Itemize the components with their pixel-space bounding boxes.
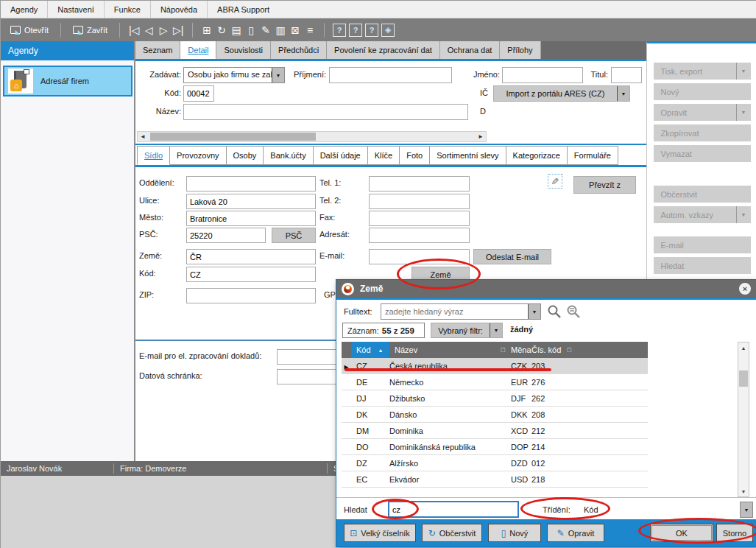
fulltext-combo[interactable] <box>381 303 541 320</box>
address-tab[interactable]: Osoby <box>227 146 264 165</box>
mesto-input[interactable] <box>186 211 316 226</box>
chevron-down-icon[interactable] <box>617 86 629 101</box>
menu-item[interactable]: Nastavení <box>48 1 105 18</box>
jmeno-input[interactable] <box>502 67 583 83</box>
prijmeni-input[interactable] <box>329 67 452 83</box>
menu-item[interactable]: Nápověda <box>151 1 208 18</box>
close-icon[interactable]: × <box>739 283 751 295</box>
column-header-cis-kod[interactable]: Čís. kód□ <box>529 342 574 358</box>
chevron-down-icon[interactable] <box>736 104 751 121</box>
address-tab[interactable]: Foto <box>400 146 430 165</box>
chevron-down-icon[interactable] <box>736 63 751 80</box>
search-filter-icon[interactable] <box>566 304 581 319</box>
column-header-kod[interactable]: Kód▲ <box>351 342 389 358</box>
search-icon[interactable] <box>547 304 562 319</box>
pencil-grid-icon[interactable]: ✎ <box>548 174 562 189</box>
main-tab[interactable]: Detail <box>180 41 216 59</box>
ulice-input[interactable] <box>186 194 316 209</box>
help-pages-icon[interactable]: ? <box>365 24 378 37</box>
print-icon[interactable]: ▤ <box>229 22 244 38</box>
tel2-input[interactable] <box>369 194 470 209</box>
scroll-up-icon[interactable]: ▲ <box>738 342 749 353</box>
country-row[interactable]: CZ Česká republika CZK 203 <box>342 358 648 374</box>
dialog-button[interactable]: ⊡ Velký číselník <box>344 524 416 542</box>
oddeleni-input[interactable] <box>186 176 316 192</box>
address-tab[interactable]: Sídlo <box>137 146 170 165</box>
side-action-button[interactable]: Vymazat <box>654 145 751 162</box>
country-row[interactable]: DM Dominika XCD 212 <box>342 423 648 439</box>
chevron-down-icon[interactable] <box>272 68 284 82</box>
email-input[interactable] <box>369 249 470 264</box>
scroll-left-icon[interactable]: ◄ <box>138 133 148 140</box>
address-tab[interactable]: Bank.účty <box>264 146 313 165</box>
zeme-kod-input[interactable] <box>186 267 316 282</box>
open-button[interactable]: Otevřít <box>5 24 54 37</box>
prevzit-z-button[interactable]: Převzít z <box>573 176 636 194</box>
chevron-down-icon[interactable] <box>490 323 502 337</box>
country-row[interactable]: EC Ekvádor USD 218 <box>342 471 648 488</box>
main-tab[interactable]: Povolení ke zpracování dat <box>327 41 440 59</box>
refresh-icon[interactable]: ↻ <box>214 22 229 38</box>
dialog-titlebar[interactable]: Země × <box>336 280 756 298</box>
side-action-button[interactable]: Zkopírovat <box>654 124 751 141</box>
side-action-button[interactable]: Autom. vzkazy <box>654 206 751 223</box>
scrollbar-thumb[interactable] <box>150 133 316 141</box>
menu-item[interactable]: ABRA Support <box>208 1 279 18</box>
psc-lookup-button[interactable]: PSČ <box>272 228 316 243</box>
main-tab[interactable]: Předchůdci <box>271 41 327 59</box>
column-header-mena[interactable]: Měna <box>508 342 529 358</box>
address-tab[interactable]: Provozovny <box>170 146 226 165</box>
dialog-button[interactable]: ▯ Nový <box>488 524 541 542</box>
country-row[interactable]: DJ Džibutsko DJF 262 <box>342 390 648 407</box>
address-tab[interactable]: Kategorizace <box>506 146 568 165</box>
column-options-icon[interactable]: □ <box>501 346 505 354</box>
copy-icon[interactable]: ▥ <box>273 22 288 38</box>
address-tab[interactable]: Formuláře <box>568 146 618 165</box>
psc-input[interactable] <box>186 228 266 243</box>
scroll-down-icon[interactable]: ▼ <box>738 486 749 496</box>
address-tab[interactable]: Klíče <box>368 146 400 165</box>
about-icon[interactable]: ◈ <box>381 24 395 37</box>
clipboard-icon[interactable]: ≡ <box>303 22 317 38</box>
country-row[interactable]: DZ Alžírsko DZD 012 <box>342 455 648 471</box>
filter-button[interactable]: Vybraný filtr: <box>431 323 503 338</box>
main-tab[interactable]: Ochrana dat <box>440 41 501 59</box>
sidebar-item-adresar-firem[interactable]: ⌂ Adresář firem <box>3 66 133 96</box>
vertical-scrollbar[interactable]: ▲ ▼ <box>738 342 749 497</box>
side-action-button[interactable]: Hledat <box>654 257 751 274</box>
adresat-input[interactable] <box>369 228 470 243</box>
kod-input[interactable] <box>183 85 214 102</box>
nav-last-icon[interactable]: ▷| <box>171 22 186 38</box>
nav-first-icon[interactable]: |◁ <box>127 22 141 38</box>
scroll-right-icon[interactable]: ► <box>476 133 486 140</box>
address-tab[interactable]: Další údaje <box>314 146 368 165</box>
help-icon[interactable]: ? <box>333 24 346 37</box>
main-tab[interactable]: Přílohy <box>500 41 540 59</box>
nav-prev-icon[interactable]: ◁ <box>141 22 156 38</box>
main-tab[interactable]: Seznam <box>135 41 180 59</box>
titul-input[interactable] <box>611 67 642 83</box>
fulltext-input[interactable] <box>381 304 528 319</box>
nav-next-icon[interactable]: ▷ <box>156 22 171 38</box>
country-row[interactable]: DE Německo EUR 276 <box>342 374 648 390</box>
fax-input[interactable] <box>369 211 470 226</box>
send-email-button[interactable]: Odeslat E-mail <box>473 249 551 264</box>
discard-icon[interactable]: ⊠ <box>288 22 303 38</box>
zadavat-select[interactable]: Osobu jako firmu se založením osoby <box>183 67 285 83</box>
chevron-down-icon[interactable] <box>736 206 751 223</box>
country-row[interactable]: DO Dominikánská republika DOP 214 <box>342 439 648 455</box>
main-tab[interactable]: Souvislosti <box>216 41 271 59</box>
zip-input[interactable] <box>186 288 316 303</box>
side-action-button[interactable]: E-mail <box>654 236 751 253</box>
nazev-input[interactable] <box>183 104 468 120</box>
column-header-nazev[interactable]: Název□ <box>389 342 508 358</box>
side-action-button[interactable]: Opravit <box>654 104 751 121</box>
country-row[interactable]: DK Dánsko DKK 208 <box>342 407 648 423</box>
context-help-icon[interactable]: ? <box>349 24 362 37</box>
tel1-input[interactable] <box>369 176 470 192</box>
sort-dropdown[interactable] <box>740 502 753 518</box>
new-document-icon[interactable]: ▯ <box>244 22 258 38</box>
dialog-button[interactable]: OK <box>650 524 713 542</box>
edit-icon[interactable]: ✎ <box>258 22 273 38</box>
horizontal-scrollbar[interactable]: ◄ ► <box>137 131 487 142</box>
